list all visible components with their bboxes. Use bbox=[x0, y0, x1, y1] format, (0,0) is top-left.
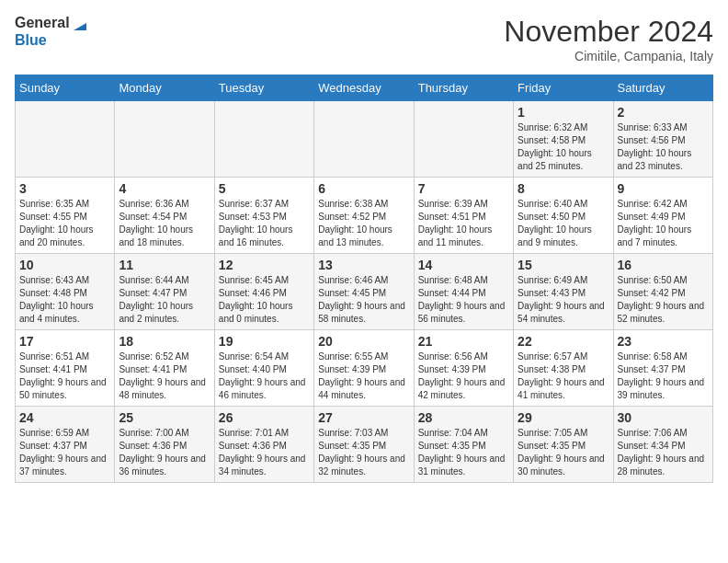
day-info: Sunrise: 6:43 AM Sunset: 4:48 PM Dayligh… bbox=[19, 274, 110, 326]
day-number: 11 bbox=[119, 258, 210, 272]
day-info: Sunrise: 6:42 AM Sunset: 4:49 PM Dayligh… bbox=[618, 198, 709, 249]
calendar-cell bbox=[314, 101, 414, 178]
day-info: Sunrise: 6:59 AM Sunset: 4:37 PM Dayligh… bbox=[19, 427, 110, 478]
calendar-cell: 19Sunrise: 6:54 AM Sunset: 4:40 PM Dayli… bbox=[214, 330, 313, 407]
day-number: 27 bbox=[318, 410, 409, 425]
day-number: 12 bbox=[219, 258, 310, 272]
col-monday: Monday bbox=[115, 75, 214, 101]
calendar-cell: 13Sunrise: 6:46 AM Sunset: 4:45 PM Dayli… bbox=[314, 254, 414, 330]
day-info: Sunrise: 6:45 AM Sunset: 4:46 PM Dayligh… bbox=[219, 274, 310, 326]
calendar-cell: 2Sunrise: 6:33 AM Sunset: 4:56 PM Daylig… bbox=[613, 101, 712, 178]
day-info: Sunrise: 7:00 AM Sunset: 4:36 PM Dayligh… bbox=[119, 427, 210, 478]
day-info: Sunrise: 6:33 AM Sunset: 4:56 PM Dayligh… bbox=[618, 121, 709, 173]
calendar-cell: 22Sunrise: 6:57 AM Sunset: 4:38 PM Dayli… bbox=[514, 330, 613, 407]
logo: General Blue bbox=[15, 15, 88, 48]
day-number: 8 bbox=[518, 181, 609, 196]
calendar-cell: 6Sunrise: 6:38 AM Sunset: 4:52 PM Daylig… bbox=[314, 178, 414, 254]
day-info: Sunrise: 6:54 AM Sunset: 4:40 PM Dayligh… bbox=[219, 350, 310, 402]
calendar-cell bbox=[414, 101, 513, 178]
logo-triangle-icon bbox=[72, 16, 88, 32]
day-number: 16 bbox=[618, 258, 709, 272]
calendar-cell bbox=[115, 101, 214, 178]
calendar-week-row: 10Sunrise: 6:43 AM Sunset: 4:48 PM Dayli… bbox=[16, 254, 713, 330]
day-number: 21 bbox=[418, 334, 509, 349]
svg-marker-0 bbox=[74, 23, 86, 30]
day-number: 25 bbox=[119, 410, 210, 425]
calendar-week-row: 24Sunrise: 6:59 AM Sunset: 4:37 PM Dayli… bbox=[16, 407, 713, 483]
calendar-cell: 23Sunrise: 6:58 AM Sunset: 4:37 PM Dayli… bbox=[613, 330, 712, 407]
day-info: Sunrise: 7:06 AM Sunset: 4:34 PM Dayligh… bbox=[618, 427, 709, 478]
calendar-header-row: Sunday Monday Tuesday Wednesday Thursday… bbox=[16, 75, 713, 101]
location-subtitle: Cimitile, Campania, Italy bbox=[504, 49, 713, 63]
col-saturday: Saturday bbox=[613, 75, 712, 101]
calendar-cell: 1Sunrise: 6:32 AM Sunset: 4:58 PM Daylig… bbox=[514, 101, 613, 178]
col-thursday: Thursday bbox=[414, 75, 513, 101]
calendar-cell bbox=[16, 101, 115, 178]
calendar-cell: 30Sunrise: 7:06 AM Sunset: 4:34 PM Dayli… bbox=[613, 407, 712, 483]
day-number: 10 bbox=[19, 258, 110, 272]
day-number: 20 bbox=[318, 334, 409, 349]
day-number: 4 bbox=[119, 181, 210, 196]
day-info: Sunrise: 7:05 AM Sunset: 4:35 PM Dayligh… bbox=[518, 427, 609, 478]
day-number: 13 bbox=[318, 258, 409, 272]
calendar-cell: 4Sunrise: 6:36 AM Sunset: 4:54 PM Daylig… bbox=[115, 178, 214, 254]
calendar-cell: 10Sunrise: 6:43 AM Sunset: 4:48 PM Dayli… bbox=[16, 254, 115, 330]
day-info: Sunrise: 6:49 AM Sunset: 4:43 PM Dayligh… bbox=[518, 274, 609, 326]
calendar-cell: 17Sunrise: 6:51 AM Sunset: 4:41 PM Dayli… bbox=[16, 330, 115, 407]
day-info: Sunrise: 7:04 AM Sunset: 4:35 PM Dayligh… bbox=[418, 427, 509, 478]
calendar-cell: 7Sunrise: 6:39 AM Sunset: 4:51 PM Daylig… bbox=[414, 178, 513, 254]
day-info: Sunrise: 6:57 AM Sunset: 4:38 PM Dayligh… bbox=[518, 350, 609, 402]
calendar-cell: 26Sunrise: 7:01 AM Sunset: 4:36 PM Dayli… bbox=[214, 407, 313, 483]
day-number: 1 bbox=[518, 105, 609, 120]
calendar-week-row: 3Sunrise: 6:35 AM Sunset: 4:55 PM Daylig… bbox=[16, 178, 713, 254]
month-title: November 2024 bbox=[504, 15, 713, 49]
day-number: 22 bbox=[518, 334, 609, 349]
day-number: 29 bbox=[518, 410, 609, 425]
calendar-cell: 12Sunrise: 6:45 AM Sunset: 4:46 PM Dayli… bbox=[214, 254, 313, 330]
day-info: Sunrise: 7:03 AM Sunset: 4:35 PM Dayligh… bbox=[318, 427, 409, 478]
day-info: Sunrise: 6:35 AM Sunset: 4:55 PM Dayligh… bbox=[19, 198, 110, 249]
day-number: 6 bbox=[318, 181, 409, 196]
day-number: 19 bbox=[219, 334, 310, 349]
calendar-cell: 5Sunrise: 6:37 AM Sunset: 4:53 PM Daylig… bbox=[214, 178, 313, 254]
day-info: Sunrise: 6:44 AM Sunset: 4:47 PM Dayligh… bbox=[119, 274, 210, 326]
calendar-cell: 11Sunrise: 6:44 AM Sunset: 4:47 PM Dayli… bbox=[115, 254, 214, 330]
day-info: Sunrise: 6:46 AM Sunset: 4:45 PM Dayligh… bbox=[318, 274, 409, 326]
calendar-cell: 27Sunrise: 7:03 AM Sunset: 4:35 PM Dayli… bbox=[314, 407, 414, 483]
day-info: Sunrise: 6:48 AM Sunset: 4:44 PM Dayligh… bbox=[418, 274, 509, 326]
title-area: November 2024 Cimitile, Campania, Italy bbox=[504, 15, 713, 63]
day-info: Sunrise: 6:51 AM Sunset: 4:41 PM Dayligh… bbox=[19, 350, 110, 402]
col-friday: Friday bbox=[514, 75, 613, 101]
calendar-cell: 15Sunrise: 6:49 AM Sunset: 4:43 PM Dayli… bbox=[514, 254, 613, 330]
day-info: Sunrise: 7:01 AM Sunset: 4:36 PM Dayligh… bbox=[219, 427, 310, 478]
logo-general-text: General bbox=[15, 15, 70, 30]
calendar-week-row: 1Sunrise: 6:32 AM Sunset: 4:58 PM Daylig… bbox=[16, 101, 713, 178]
calendar-cell: 20Sunrise: 6:55 AM Sunset: 4:39 PM Dayli… bbox=[314, 330, 414, 407]
calendar-cell: 25Sunrise: 7:00 AM Sunset: 4:36 PM Dayli… bbox=[115, 407, 214, 483]
day-info: Sunrise: 6:39 AM Sunset: 4:51 PM Dayligh… bbox=[418, 198, 509, 249]
day-number: 26 bbox=[219, 410, 310, 425]
day-number: 7 bbox=[418, 181, 509, 196]
day-number: 9 bbox=[618, 181, 709, 196]
day-number: 5 bbox=[219, 181, 310, 196]
day-number: 17 bbox=[19, 334, 110, 349]
calendar-cell: 9Sunrise: 6:42 AM Sunset: 4:49 PM Daylig… bbox=[613, 178, 712, 254]
calendar-cell bbox=[214, 101, 313, 178]
col-sunday: Sunday bbox=[16, 75, 115, 101]
day-number: 14 bbox=[418, 258, 509, 272]
day-info: Sunrise: 6:32 AM Sunset: 4:58 PM Dayligh… bbox=[518, 121, 609, 173]
day-number: 18 bbox=[119, 334, 210, 349]
day-number: 23 bbox=[618, 334, 709, 349]
col-tuesday: Tuesday bbox=[214, 75, 313, 101]
day-info: Sunrise: 6:37 AM Sunset: 4:53 PM Dayligh… bbox=[219, 198, 310, 249]
logo-blue-text: Blue bbox=[15, 32, 47, 48]
day-number: 2 bbox=[618, 105, 709, 120]
calendar-week-row: 17Sunrise: 6:51 AM Sunset: 4:41 PM Dayli… bbox=[16, 330, 713, 407]
day-info: Sunrise: 6:55 AM Sunset: 4:39 PM Dayligh… bbox=[318, 350, 409, 402]
day-info: Sunrise: 6:38 AM Sunset: 4:52 PM Dayligh… bbox=[318, 198, 409, 249]
day-number: 28 bbox=[418, 410, 509, 425]
day-info: Sunrise: 6:58 AM Sunset: 4:37 PM Dayligh… bbox=[618, 350, 709, 402]
calendar-cell: 3Sunrise: 6:35 AM Sunset: 4:55 PM Daylig… bbox=[16, 178, 115, 254]
calendar-cell: 24Sunrise: 6:59 AM Sunset: 4:37 PM Dayli… bbox=[16, 407, 115, 483]
calendar-cell: 8Sunrise: 6:40 AM Sunset: 4:50 PM Daylig… bbox=[514, 178, 613, 254]
